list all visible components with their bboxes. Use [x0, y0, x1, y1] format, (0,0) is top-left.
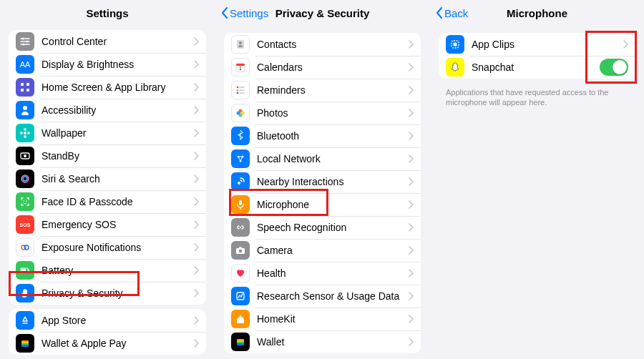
- svg-point-12: [20, 132, 23, 134]
- chevron-right-icon: [193, 339, 199, 348]
- list-item-label: Home Screen & App Library: [42, 82, 193, 93]
- privacy-list: Contacts1CalendarsRemindersPhotosBluetoo…: [224, 33, 421, 353]
- snapchat-icon: [446, 58, 464, 77]
- list-item[interactable]: Wallet: [224, 330, 421, 353]
- list-item[interactable]: Exposure Notifications: [9, 236, 206, 259]
- list-item[interactable]: Local Network: [224, 147, 421, 170]
- chevron-right-icon: [408, 223, 414, 232]
- chevron-right-icon: [408, 40, 414, 49]
- chevron-right-icon: [193, 152, 199, 160]
- list-item[interactable]: Wallpaper: [9, 122, 206, 144]
- chevron-right-icon: [408, 63, 414, 72]
- chevron-right-icon: [408, 154, 414, 163]
- list-item[interactable]: App Store: [9, 309, 206, 332]
- sun-icon: AA: [16, 55, 34, 74]
- list-item-label: Contacts: [257, 39, 408, 50]
- svg-point-13: [27, 132, 30, 134]
- microphone-list: App ClipsSnapchat: [439, 33, 635, 79]
- settings-pane: Settings Control CenterAADisplay & Brigh…: [0, 0, 215, 359]
- svg-rect-55: [237, 343, 244, 345]
- list-item-label: Exposure Notifications: [42, 242, 193, 253]
- svg-rect-46: [239, 200, 242, 205]
- settings-list-a: Control CenterAADisplay & BrightnessHome…: [9, 30, 206, 305]
- exposure-icon: [16, 238, 34, 257]
- list-item-label: Face ID & Passcode: [42, 196, 193, 207]
- chevron-left-icon: [221, 7, 228, 19]
- list-item[interactable]: Home Screen & App Library: [9, 76, 206, 99]
- svg-text:1: 1: [239, 66, 242, 71]
- speech-icon: [231, 218, 250, 237]
- list-item[interactable]: Microphone: [224, 193, 421, 216]
- chevron-right-icon: [193, 316, 199, 325]
- svg-point-47: [240, 227, 241, 228]
- back-label: Back: [444, 7, 468, 19]
- svg-rect-4: [21, 83, 24, 86]
- page-title: Settings: [86, 7, 128, 19]
- list-item[interactable]: AADisplay & Brightness: [9, 53, 206, 76]
- chevron-right-icon: [193, 266, 199, 275]
- svg-point-36: [237, 89, 239, 92]
- svg-rect-5: [26, 83, 29, 86]
- list-item[interactable]: Battery: [9, 259, 206, 282]
- svg-text:AA: AA: [20, 60, 31, 69]
- list-item-label: Accessibility: [42, 104, 193, 116]
- svg-point-2: [23, 44, 25, 46]
- list-item[interactable]: Research Sensor & Usage Data: [224, 285, 421, 308]
- nearby-icon: [231, 172, 250, 191]
- svg-point-15: [24, 154, 26, 157]
- settings-list-b: App StoreWallet & Apple Pay: [9, 309, 206, 355]
- list-item-label: Display & Brightness: [42, 59, 193, 70]
- chevron-right-icon: [193, 37, 199, 46]
- chevron-right-icon: [193, 60, 199, 69]
- research-icon: [231, 287, 250, 305]
- photos-icon: [231, 104, 250, 122]
- list-item[interactable]: Siri & Search: [9, 167, 206, 190]
- list-item[interactable]: Face ID & Passcode: [9, 190, 206, 213]
- list-item[interactable]: Accessibility: [9, 99, 206, 122]
- list-item[interactable]: Nearby Interactions: [224, 170, 421, 193]
- list-item[interactable]: Contacts: [224, 33, 421, 56]
- list-item[interactable]: HomeKit: [224, 308, 421, 330]
- svg-text:SOS: SOS: [20, 222, 31, 227]
- list-item[interactable]: Camera: [224, 239, 421, 262]
- list-item-label: Photos: [257, 107, 408, 119]
- svg-point-45: [238, 182, 240, 185]
- svg-point-37: [237, 92, 239, 94]
- back-button[interactable]: Settings: [221, 7, 268, 19]
- list-item[interactable]: Bluetooth: [224, 124, 421, 147]
- list-item[interactable]: Snapchat: [439, 56, 635, 79]
- svg-point-31: [239, 41, 242, 44]
- list-item-label: Reminders: [257, 84, 408, 96]
- list-item-label: Nearby Interactions: [257, 176, 408, 187]
- svg-rect-57: [454, 43, 457, 46]
- list-item[interactable]: StandBy: [9, 144, 206, 167]
- svg-point-17: [23, 177, 27, 181]
- svg-point-9: [24, 132, 26, 134]
- list-item-label: Siri & Search: [42, 173, 193, 185]
- chevron-right-icon: [408, 132, 414, 140]
- back-button[interactable]: Back: [436, 7, 468, 19]
- list-item[interactable]: Reminders: [224, 79, 421, 102]
- list-item-label: Calendars: [257, 62, 408, 73]
- list-item[interactable]: Privacy & Security: [9, 282, 206, 305]
- svg-point-41: [237, 112, 240, 115]
- list-item-label: Local Network: [257, 153, 408, 164]
- list-item[interactable]: Health: [224, 262, 421, 285]
- list-item[interactable]: Photos: [224, 102, 421, 124]
- chevron-right-icon: [193, 83, 199, 92]
- svg-point-8: [23, 106, 27, 110]
- toggle-switch[interactable]: [600, 59, 628, 76]
- list-item[interactable]: Wallet & Apple Pay: [9, 332, 206, 355]
- list-item[interactable]: Speech Recognition: [224, 216, 421, 239]
- svg-point-19: [26, 200, 27, 202]
- list-item[interactable]: App Clips: [439, 33, 635, 56]
- svg-point-35: [237, 87, 239, 89]
- list-item[interactable]: SOSEmergency SOS: [9, 213, 206, 236]
- svg-point-1: [26, 41, 29, 43]
- page-title: Privacy & Security: [275, 7, 370, 19]
- list-item[interactable]: Control Center: [9, 30, 206, 53]
- wallet-icon: [16, 334, 34, 353]
- list-item-label: Bluetooth: [257, 130, 408, 142]
- list-item[interactable]: 1Calendars: [224, 56, 421, 79]
- list-item-label: StandBy: [42, 150, 193, 162]
